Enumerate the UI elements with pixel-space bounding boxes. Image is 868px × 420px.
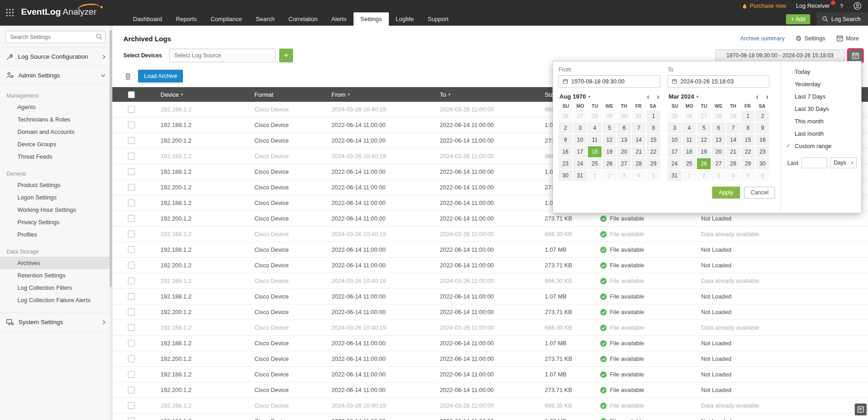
calendar-day[interactable]: 4 [682, 122, 696, 133]
nav-tab-dashboard[interactable]: Dashboard [126, 12, 169, 26]
row-checkbox[interactable] [128, 215, 135, 222]
calendar-day[interactable]: 11 [588, 134, 602, 145]
preset-last-30-days[interactable]: Last 30 Days [781, 103, 861, 115]
calendar-day[interactable]: 31 [632, 111, 646, 122]
calendar-day[interactable]: 22 [647, 146, 660, 157]
date-range-display[interactable]: 1970-08-18 09:30:00 - 2024-03-26 15:18:0… [715, 50, 845, 61]
calendar-day[interactable]: 26 [558, 111, 572, 122]
row-checkbox[interactable] [128, 231, 135, 238]
calendar-day[interactable]: 26 [603, 158, 616, 169]
sidebar-item-profiles[interactable]: Profiles [0, 228, 112, 241]
add-log-source-button[interactable]: + [279, 49, 293, 62]
column-header-from[interactable]: From▾ [332, 91, 440, 98]
calendar-day[interactable]: 7 [726, 122, 740, 133]
calendar-day[interactable]: 27 [697, 111, 711, 122]
log-search-button[interactable]: Log Search [817, 12, 868, 26]
sidebar-item-log-source-configuration[interactable]: Log Source Configuration [0, 47, 112, 66]
calendar-day[interactable]: 24 [668, 158, 681, 169]
sidebar-item-technicians-roles[interactable]: Technicians & Roles [0, 113, 112, 126]
calendar-day[interactable]: 14 [726, 134, 740, 145]
row-checkbox[interactable] [128, 246, 135, 253]
row-checkbox[interactable] [128, 355, 135, 362]
settings-action[interactable]: ⚙ Settings [796, 34, 825, 43]
calendar-day[interactable]: 12 [603, 134, 616, 145]
load-archive-button[interactable]: Load Archive [138, 70, 183, 83]
calendar-day[interactable]: 1 [682, 170, 696, 181]
calendar-day[interactable]: 18 [682, 146, 696, 157]
row-checkbox[interactable] [128, 137, 135, 144]
calendar-day[interactable]: 30 [558, 170, 572, 181]
calendar-day-selected[interactable]: 18 [588, 146, 602, 157]
last-n-input[interactable] [802, 157, 827, 168]
sidebar-item-threat-feeds[interactable]: Threat Feeds [0, 150, 112, 163]
calendar-button[interactable] [848, 50, 862, 62]
calendar-day[interactable]: 15 [741, 134, 755, 145]
calendar-day[interactable]: 3 [668, 122, 681, 133]
calendar-day[interactable]: 4 [726, 170, 740, 181]
calendar-day[interactable]: 3 [617, 170, 631, 181]
row-checkbox[interactable] [128, 418, 135, 420]
sidebar-search-input[interactable] [6, 31, 105, 43]
nav-tab-search[interactable]: Search [249, 12, 282, 26]
more-action[interactable]: More [836, 35, 859, 42]
calendar-day[interactable]: 2 [603, 170, 616, 181]
prev-month-icon[interactable]: ‹ [756, 93, 759, 100]
select-log-source-input[interactable] [174, 52, 271, 59]
calendar-day[interactable]: 23 [558, 158, 572, 169]
calendar-day[interactable]: 29 [603, 111, 616, 122]
calendar-day[interactable]: 27 [712, 158, 725, 169]
nav-tab-logme[interactable]: LogMe [389, 12, 421, 26]
preset-last-month[interactable]: Last month [781, 127, 861, 140]
calendar-day[interactable]: 5 [741, 170, 755, 181]
calendar-day[interactable]: 29 [647, 158, 660, 169]
row-checkbox[interactable] [128, 262, 135, 269]
calendar-day[interactable]: 13 [712, 134, 725, 145]
row-checkbox[interactable] [128, 324, 135, 331]
add-button[interactable]: + Add [786, 14, 810, 24]
row-checkbox[interactable] [128, 277, 135, 284]
calendar-day[interactable]: 16 [756, 134, 769, 145]
calendar-day[interactable]: 12 [697, 134, 711, 145]
calendar-day[interactable]: 21 [726, 146, 740, 157]
sidebar-item-logon-settings[interactable]: Logon Settings [0, 191, 112, 204]
row-checkbox[interactable] [128, 371, 135, 378]
sidebar-item-privacy-settings[interactable]: Privacy Settings [0, 216, 112, 228]
app-grid-icon[interactable] [6, 8, 14, 17]
calendar-day[interactable]: 28 [726, 158, 740, 169]
calendar-day[interactable]: 10 [668, 134, 681, 145]
sidebar-item-device-groups[interactable]: Device Groups [0, 138, 112, 150]
calendar-day[interactable]: 29 [741, 158, 755, 169]
preset-this-month[interactable]: This month [781, 115, 861, 127]
calendar-day[interactable]: 31 [668, 170, 681, 181]
calendar-day[interactable]: 4 [588, 122, 602, 133]
apply-button[interactable]: Apply [712, 187, 740, 199]
sidebar-item-archives[interactable]: Archives [0, 257, 112, 269]
calendar-day[interactable]: 3 [712, 170, 725, 181]
calendar-day[interactable]: 28 [632, 158, 646, 169]
calendar-day[interactable]: 1 [647, 111, 660, 122]
calendar-day[interactable]: 19 [603, 146, 616, 157]
calendar-day[interactable]: 6 [617, 122, 631, 133]
preset-yesterday[interactable]: Yesterday [781, 78, 861, 90]
calendar-day[interactable]: 28 [588, 111, 602, 122]
purchase-now-link[interactable]: Purchase now [742, 3, 786, 9]
calendar-day[interactable]: 4 [632, 170, 646, 181]
row-checkbox[interactable] [128, 199, 135, 206]
calendar-day[interactable]: 28 [712, 111, 725, 122]
calendar-day[interactable]: 30 [617, 111, 631, 122]
calendar-day[interactable]: 10 [573, 134, 587, 145]
calendar-day[interactable]: 30 [756, 158, 769, 169]
sidebar-item-domain-and-accounts[interactable]: Domain and Accounts [0, 126, 112, 138]
row-checkbox[interactable] [128, 168, 135, 175]
help-icon[interactable]: ? [840, 3, 843, 10]
nav-tab-alerts[interactable]: Alerts [325, 12, 354, 26]
row-checkbox[interactable] [128, 402, 135, 409]
select-all-checkbox[interactable] [128, 91, 135, 98]
delete-button[interactable] [124, 72, 132, 80]
calendar-day[interactable]: 5 [647, 170, 660, 181]
calendar-day[interactable]: 23 [756, 146, 769, 157]
preset-today[interactable]: Today [781, 66, 861, 78]
calendar-day[interactable]: 25 [668, 111, 681, 122]
prev-month-icon[interactable]: ‹ [647, 93, 650, 100]
calendar-day[interactable]: 2 [756, 111, 769, 122]
